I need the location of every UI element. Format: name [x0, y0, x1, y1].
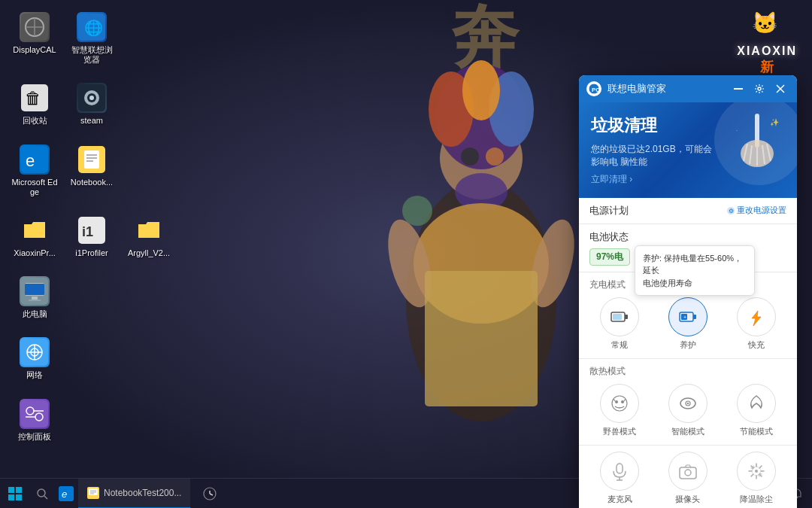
notebook-icon: [77, 144, 107, 175]
heat-modes-title: 散热模式: [589, 365, 786, 378]
mode-care-btn[interactable]: +: [668, 297, 707, 336]
control-icon: [20, 399, 50, 429]
broom-icon: ✨ ·: [732, 110, 785, 170]
desktop-icon-control[interactable]: 控制面板: [8, 394, 62, 446]
heat-modes-grid: 野兽模式 智能模式: [589, 384, 786, 437]
svg-rect-91: [8, 487, 14, 493]
svg-point-60: [741, 140, 774, 167]
tool-mic[interactable]: 麦克风: [600, 452, 639, 505]
network-label: 网络: [26, 370, 43, 380]
mode-normal[interactable]: 常规: [600, 297, 639, 351]
xiaoxin-cat-icon: 🐱: [737, 8, 797, 43]
power-plan-link[interactable]: ⚙ 重改电源设置: [726, 205, 786, 216]
desktop-icon-thispc[interactable]: 此电脑: [8, 272, 62, 324]
window-settings-btn[interactable]: [750, 80, 768, 98]
edge-icon: e: [20, 144, 50, 175]
taskbar-start-btn[interactable]: [0, 479, 30, 509]
header-desc: 您的垃圾已达2.01GB，可能会影响电 脑性能: [591, 143, 719, 169]
taskbar-search-btn[interactable]: [30, 479, 54, 509]
svg-rect-94: [16, 494, 22, 500]
steam-icon: [77, 83, 107, 113]
mode-fast-btn[interactable]: [737, 297, 776, 336]
taskbar-app-notebooktest[interactable]: NotebookTest200...: [78, 479, 190, 509]
tool-cooling-btn[interactable]: [737, 452, 776, 491]
svg-point-13: [402, 196, 432, 226]
desktop-icon-network[interactable]: 网络: [8, 333, 62, 385]
recycle-icon: 🗑: [20, 83, 50, 113]
svg-point-80: [621, 400, 624, 403]
heat-smart-label: 智能模式: [671, 426, 704, 437]
desktop-icon-i1profiler[interactable]: i1 i1Profiler: [65, 211, 119, 263]
taskbar-time-icon[interactable]: [196, 479, 223, 509]
window-minimize-btn[interactable]: [729, 80, 747, 98]
heat-eco-btn[interactable]: [737, 384, 776, 423]
svg-point-14: [461, 148, 479, 166]
xiaoxinpr-label: XiaoxinPr...: [14, 248, 56, 258]
heat-smart[interactable]: 智能模式: [668, 384, 707, 437]
svg-rect-92: [16, 487, 22, 493]
desktop-icon-displaycal[interactable]: DisplayCAL: [8, 8, 62, 69]
window-close-btn[interactable]: [771, 80, 789, 98]
battery-percent-badge[interactable]: 97%电: [589, 248, 630, 266]
heat-smart-btn[interactable]: [668, 384, 707, 423]
tool-mic-btn[interactable]: [600, 452, 639, 491]
desktop: 奔 父: [0, 0, 812, 508]
tool-camera[interactable]: 摄像头: [668, 452, 707, 505]
steam-label: steam: [80, 116, 103, 126]
app-title-icon: PC: [586, 81, 601, 96]
battery-section: 电池状态 97%电 养护: 保持电量在55-60%，延长 电池使用寿命: [579, 224, 797, 272]
taskbar-edge-btn[interactable]: e: [54, 479, 78, 509]
battery-status-row: 97%电 养护: 保持电量在55-60%，延长 电池使用寿命: [589, 248, 786, 266]
svg-rect-72: [613, 314, 622, 320]
browser-label: 智慧联想浏览器: [68, 45, 116, 65]
desktop-icon-argyll[interactable]: Argyll_V2...: [122, 211, 176, 263]
heat-modes-section: 散热模式 野兽模式: [579, 359, 797, 446]
svg-text:✨: ✨: [770, 117, 780, 127]
window-titlebar: PC 联想电脑管家: [579, 75, 797, 102]
svg-point-28: [89, 96, 94, 100]
svg-text:i1: i1: [82, 224, 93, 239]
desktop-icon-xiaoxinpr[interactable]: XiaoxinPr...: [8, 211, 62, 263]
svg-line-61: [744, 144, 747, 161]
argyll-label: Argyll_V2...: [128, 248, 170, 258]
desktop-icon-notebook[interactable]: Notebook...: [65, 140, 119, 202]
app-window: PC 联想电脑管家: [579, 75, 797, 508]
tooltip-line1: 养护: 保持电量在55-60%，延长: [643, 252, 747, 277]
window-controls: [729, 80, 789, 98]
mode-normal-btn[interactable]: [600, 297, 639, 336]
recycle-label: 回收站: [23, 116, 47, 126]
header-action-link[interactable]: 立即清理 ›: [591, 173, 785, 186]
window-header: 垃圾清理 您的垃圾已达2.01GB，可能会影响电 脑性能 立即清理 › ✨ ·: [579, 102, 797, 198]
desktop-icon-recycle[interactable]: 🗑 回收站: [8, 78, 62, 130]
desktop-icon-browser[interactable]: 🌐 智慧联想浏览器: [65, 8, 119, 69]
browser-icon: 🌐: [77, 12, 107, 42]
svg-line-62: [750, 145, 752, 164]
svg-rect-84: [617, 464, 623, 473]
tool-camera-btn[interactable]: [668, 452, 707, 491]
svg-marker-77: [752, 311, 761, 326]
heat-savage[interactable]: 野兽模式: [600, 384, 639, 437]
mode-fast-label: 快充: [748, 339, 765, 351]
displaycal-icon: [20, 12, 50, 42]
svg-rect-48: [21, 400, 48, 427]
battery-tooltip: 养护: 保持电量在55-60%，延长 电池使用寿命: [635, 245, 755, 297]
mode-fast[interactable]: 快充: [737, 297, 776, 351]
heat-savage-btn[interactable]: [600, 384, 639, 423]
svg-rect-42: [29, 300, 41, 301]
svg-rect-93: [8, 494, 14, 500]
svg-point-79: [615, 400, 618, 403]
window-title: 联想电脑管家: [607, 82, 723, 96]
tool-cooling[interactable]: 降温除尘: [737, 452, 776, 505]
svg-text:e: e: [26, 151, 35, 170]
xiaoxin-logo: 🐱 XIAOXIN 新: [737, 8, 797, 76]
svg-point-88: [685, 470, 691, 476]
heat-eco[interactable]: 节能模式: [737, 384, 776, 437]
header-title: 垃圾清理: [591, 114, 785, 137]
desktop-icon-edge[interactable]: e Microsoft Edge: [8, 140, 62, 202]
desktop-icon-steam[interactable]: steam: [65, 78, 119, 130]
argyll-icon: [134, 215, 164, 245]
i1profiler-icon: i1: [77, 215, 107, 245]
svg-text:🗑: 🗑: [25, 89, 41, 108]
mode-care[interactable]: + 养护: [668, 297, 707, 351]
power-plan-label: 电源计划: [589, 204, 726, 217]
